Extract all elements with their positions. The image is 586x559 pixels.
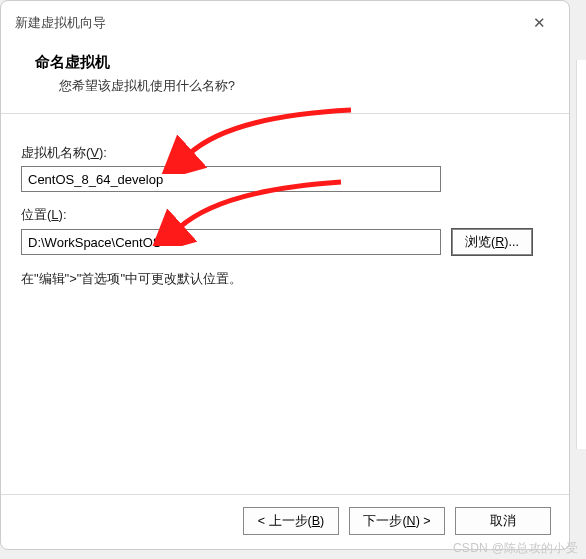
annotation-arrow-icon [161,104,361,174]
wizard-header: 命名虚拟机 您希望该虚拟机使用什么名称? [1,43,569,114]
watermark-text: CSDN @陈总攻的小受 [453,540,578,557]
back-prefix: < 上一步( [258,514,312,528]
page-subtitle: 您希望该虚拟机使用什么名称? [35,78,545,95]
default-location-note: 在"编辑">"首选项"中可更改默认位置。 [21,270,549,288]
vm-name-input[interactable] [21,166,441,192]
page-title: 命名虚拟机 [35,53,545,72]
location-label-suffix: ): [59,207,67,222]
next-prefix: 下一步( [363,514,406,528]
back-hotkey: B [312,514,320,528]
titlebar: 新建虚拟机向导 ✕ [1,1,569,43]
cancel-label: 取消 [490,514,516,528]
wizard-body: 虚拟机名称(V): 位置(L): 浏览(R)... 在"编辑">"首选项"中可更… [1,114,569,494]
location-label-hotkey: L [51,207,58,222]
vm-name-label-prefix: 虚拟机名称( [21,145,90,160]
browse-prefix: 浏览( [465,235,495,249]
close-button[interactable]: ✕ [521,9,557,37]
next-button[interactable]: 下一步(N) > [349,507,445,535]
next-hotkey: N [407,514,416,528]
window-title: 新建虚拟机向导 [15,14,106,32]
vm-name-label-suffix: ): [99,145,107,160]
vm-name-label: 虚拟机名称(V): [21,144,549,162]
vm-name-label-hotkey: V [90,145,99,160]
new-vm-wizard-dialog: 新建虚拟机向导 ✕ 命名虚拟机 您希望该虚拟机使用什么名称? 虚拟机名称(V):… [0,0,570,550]
cancel-button[interactable]: 取消 [455,507,551,535]
back-button[interactable]: < 上一步(B) [243,507,339,535]
close-icon: ✕ [533,14,546,32]
next-suffix: ) > [416,514,431,528]
location-label-prefix: 位置( [21,207,51,222]
location-label: 位置(L): [21,206,549,224]
browse-hotkey: R [495,235,504,249]
right-edge-decoration [576,60,586,449]
browse-suffix: )... [504,235,519,249]
location-input[interactable] [21,229,441,255]
back-suffix: ) [320,514,324,528]
browse-button[interactable]: 浏览(R)... [451,228,533,256]
